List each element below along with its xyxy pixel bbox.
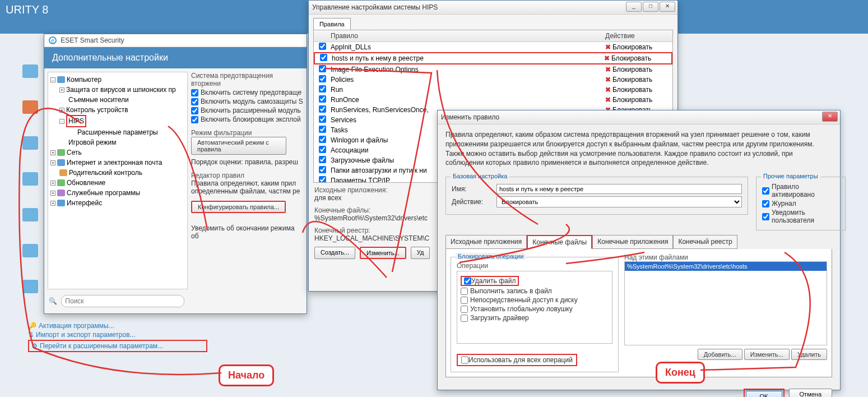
- expand-icon[interactable]: -: [50, 77, 55, 82]
- add-file-button[interactable]: Добавить...: [698, 349, 742, 360]
- edit-rule-description: Правила определяют, каким образом систем…: [445, 130, 832, 168]
- rule-action-select[interactable]: Блокировать: [496, 196, 742, 207]
- eset-settings-header: Дополнительные настройки: [44, 47, 307, 68]
- create-rule-button[interactable]: Создать...: [314, 247, 355, 259]
- rule-checkbox[interactable]: [319, 85, 326, 93]
- rule-action: Блокировать: [612, 86, 652, 94]
- target-files-list[interactable]: %SystemRoot%\System32\drivers\etc\hosts: [624, 261, 827, 345]
- edit-file-button[interactable]: Изменить...: [744, 349, 790, 360]
- sidebar-icon-7[interactable]: [22, 280, 38, 293]
- chk-use-for-all-ops[interactable]: [461, 356, 468, 364]
- update-icon: [57, 179, 65, 186]
- chk-notify-user[interactable]: [762, 213, 769, 220]
- rule-checkbox[interactable]: [319, 176, 326, 182]
- configure-rules-button[interactable]: Конфигурировать правила...: [191, 201, 286, 213]
- maximize-button[interactable]: □: [643, 2, 658, 12]
- rule-name: Image File Execution Options: [331, 66, 605, 73]
- chk-op-disk-access[interactable]: [461, 297, 468, 304]
- eset-sidebar-icons: [22, 64, 38, 293]
- rule-row[interactable]: Run✖Блокировать: [314, 85, 672, 95]
- link-activate[interactable]: 🔑Активация программы...: [28, 322, 207, 330]
- delete-rule-button[interactable]: Уд: [411, 247, 430, 259]
- rule-checkbox[interactable]: [319, 166, 326, 173]
- rule-checkbox[interactable]: [319, 116, 326, 123]
- tab-target-files[interactable]: Конечные файлы: [527, 235, 592, 249]
- rule-checkbox[interactable]: [320, 54, 327, 61]
- sidebar-icon-2[interactable]: [22, 100, 38, 114]
- sidebar-icon-3[interactable]: [22, 136, 38, 150]
- chk-op-delete-file[interactable]: [464, 277, 471, 285]
- col-rule-header[interactable]: Правило: [331, 32, 605, 40]
- delete-file-button[interactable]: Удалить: [791, 349, 827, 360]
- chk-op-load-driver[interactable]: [461, 315, 468, 322]
- computer-icon: [57, 76, 65, 83]
- chk-self-defense[interactable]: [191, 98, 198, 105]
- sidebar-icon-6[interactable]: [22, 244, 38, 257]
- annotation-end: Конец: [656, 362, 705, 384]
- chk-enable-hips[interactable]: [191, 89, 198, 96]
- ok-button[interactable]: ОК: [746, 391, 782, 397]
- tab-source-apps[interactable]: Исходные приложения: [445, 235, 527, 249]
- rule-checkbox[interactable]: [319, 136, 326, 143]
- close-button[interactable]: ✕: [822, 112, 838, 122]
- sidebar-icon-1[interactable]: [22, 64, 38, 78]
- rule-row[interactable]: hosts и путь к нему в реестре✖Блокироват…: [314, 52, 672, 64]
- rule-checkbox[interactable]: [319, 65, 326, 72]
- chk-op-write-file[interactable]: [461, 288, 468, 295]
- tab-rules[interactable]: Правила: [313, 18, 351, 30]
- chk-journal[interactable]: [762, 200, 769, 207]
- rule-row[interactable]: AppInit_DLLs✖Блокировать: [314, 42, 672, 52]
- search-icon: 🔍: [49, 297, 57, 305]
- expand-icon[interactable]: +: [50, 160, 55, 165]
- rule-name: Policies: [331, 76, 605, 84]
- tab-target-apps[interactable]: Конечные приложения: [592, 235, 673, 249]
- target-file-item[interactable]: %SystemRoot%\System32\drivers\etc\hosts: [625, 262, 827, 271]
- link-goto-advanced[interactable]: ⚙Перейти к расширенным параметрам...: [28, 340, 207, 352]
- tab-target-registry[interactable]: Конечный реестр: [673, 235, 737, 249]
- close-button[interactable]: ✕: [660, 2, 675, 12]
- cancel-button[interactable]: Отмена: [789, 389, 832, 397]
- link-import-export[interactable]: ⇅Импорт и экспорт параметров...: [28, 331, 207, 339]
- edit-rule-titlebar[interactable]: Изменить правило ✕: [438, 110, 840, 124]
- chk-op-global-hook[interactable]: [461, 306, 468, 313]
- rule-row[interactable]: RunOnce✖Блокировать: [314, 95, 672, 105]
- chk-rule-active[interactable]: [762, 187, 769, 195]
- settings-tree[interactable]: -Компьютер +Защита от вирусов и шпионски…: [48, 72, 188, 289]
- rule-name-input[interactable]: [496, 184, 742, 194]
- tools-icon: [57, 190, 65, 196]
- rule-action: Блокировать: [612, 43, 652, 51]
- rule-checkbox[interactable]: [319, 75, 326, 82]
- col-action-header[interactable]: Действие: [605, 32, 672, 40]
- chk-exploit-blocker[interactable]: [191, 116, 198, 123]
- expand-icon[interactable]: +: [50, 181, 55, 186]
- tree-hips[interactable]: HIPS: [66, 115, 86, 127]
- expand-icon[interactable]: -: [59, 119, 64, 124]
- block-icon: ✖: [605, 86, 611, 94]
- sidebar-icon-4[interactable]: [22, 172, 38, 186]
- rule-checkbox[interactable]: [319, 156, 326, 163]
- chk-adv-module[interactable]: [191, 107, 198, 114]
- edit-rule-button[interactable]: Изменить...: [360, 247, 406, 259]
- block-icon: ✖: [605, 43, 611, 51]
- sidebar-icon-5[interactable]: [22, 208, 38, 221]
- minimize-button[interactable]: _: [626, 2, 642, 12]
- rule-name: Run: [331, 86, 605, 94]
- rule-row[interactable]: Policies✖Блокировать: [314, 75, 672, 85]
- block-icon: ✖: [605, 96, 611, 104]
- rule-checkbox[interactable]: [319, 126, 326, 133]
- rule-checkbox[interactable]: [319, 95, 326, 103]
- expand-icon[interactable]: +: [59, 108, 64, 113]
- rule-checkbox[interactable]: [319, 43, 326, 50]
- expand-icon[interactable]: +: [50, 191, 55, 196]
- expand-icon[interactable]: +: [59, 87, 64, 93]
- rule-row[interactable]: Image File Execution Options✖Блокировать: [314, 64, 672, 75]
- expand-icon[interactable]: +: [50, 201, 55, 206]
- rule-checkbox[interactable]: [319, 105, 326, 113]
- filter-mode-dropdown[interactable]: Автоматический режим с правила: [191, 137, 286, 155]
- rule-checkbox[interactable]: [319, 146, 326, 153]
- expand-icon[interactable]: +: [50, 150, 55, 155]
- internet-icon: [57, 159, 65, 166]
- settings-search-input[interactable]: [61, 295, 184, 307]
- hips-titlebar[interactable]: Управление настройками системы HIPS _ □ …: [309, 1, 677, 15]
- rule-name: RunOnce: [331, 96, 605, 104]
